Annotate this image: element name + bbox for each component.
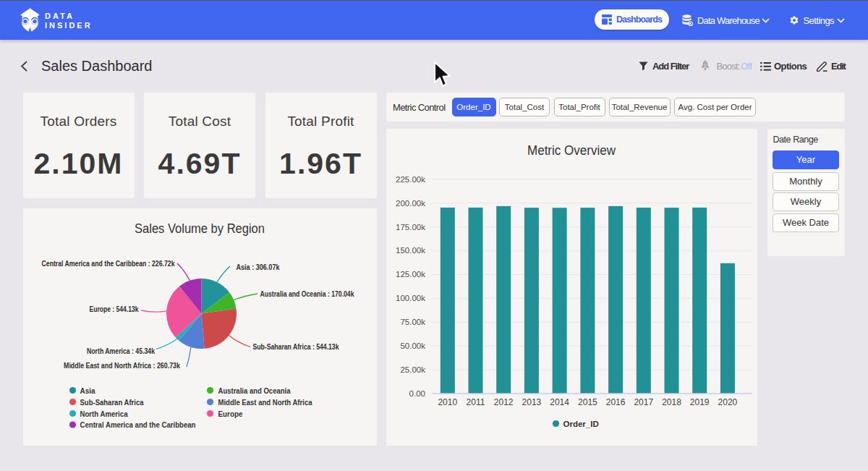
svg-text:Australia and Oceania: Australia and Oceania xyxy=(218,386,290,394)
svg-text:75.00k: 75.00k xyxy=(400,318,425,326)
svg-text:Sub-Saharan Africa : 544.13k: Sub-Saharan Africa : 544.13k xyxy=(252,341,339,350)
svg-text:Australia and Oceania : 170.04: Australia and Oceania : 170.04k xyxy=(260,289,354,297)
svg-text:2011: 2011 xyxy=(467,397,485,407)
svg-text:2018: 2018 xyxy=(662,397,681,407)
svg-text:North America : 45.34k: North America : 45.34k xyxy=(87,346,155,355)
svg-text:0.00: 0.00 xyxy=(409,389,425,398)
svg-text:25.00k: 25.00k xyxy=(400,365,425,374)
svg-text:Asia: Asia xyxy=(80,386,95,394)
svg-text:2016: 2016 xyxy=(606,397,626,407)
svg-text:Metric Overview: Metric Overview xyxy=(527,143,616,158)
svg-text:225.00k: 225.00k xyxy=(396,175,425,184)
svg-text:2020: 2020 xyxy=(718,397,738,407)
svg-text:125.00k: 125.00k xyxy=(396,270,425,279)
svg-text:100.00k: 100.00k xyxy=(396,294,425,302)
svg-text:Order_ID: Order_ID xyxy=(563,420,599,428)
svg-text:2015: 2015 xyxy=(578,397,597,407)
svg-text:50.00k: 50.00k xyxy=(400,341,425,350)
svg-text:North America: North America xyxy=(80,409,127,417)
svg-text:Sales Volume by Region: Sales Volume by Region xyxy=(135,221,265,236)
svg-text:Central America and the Caribb: Central America and the Caribbean xyxy=(80,420,195,429)
svg-text:Europe: Europe xyxy=(218,409,242,417)
svg-text:2014: 2014 xyxy=(550,397,569,407)
svg-text:2017: 2017 xyxy=(634,397,653,407)
svg-text:Central America and the Caribb: Central America and the Caribbean : 226.… xyxy=(41,258,174,267)
svg-text:2012: 2012 xyxy=(494,397,514,407)
svg-text:Middle East and North Africa: Middle East and North Africa xyxy=(218,397,312,406)
svg-text:175.00k: 175.00k xyxy=(396,223,425,232)
svg-text:2010: 2010 xyxy=(438,397,457,407)
svg-text:Asia : 306.07k: Asia : 306.07k xyxy=(236,262,279,271)
svg-text:2013: 2013 xyxy=(522,397,542,407)
svg-text:2019: 2019 xyxy=(690,397,710,407)
svg-text:Europe : 544.13k: Europe : 544.13k xyxy=(89,305,138,313)
svg-text:150.00k: 150.00k xyxy=(396,246,425,255)
svg-text:Sub-Saharan Africa: Sub-Saharan Africa xyxy=(80,397,143,406)
svg-text:Middle East and North Africa :: Middle East and North Africa : 260.73k xyxy=(64,360,180,369)
svg-text:200.00k: 200.00k xyxy=(396,199,425,208)
